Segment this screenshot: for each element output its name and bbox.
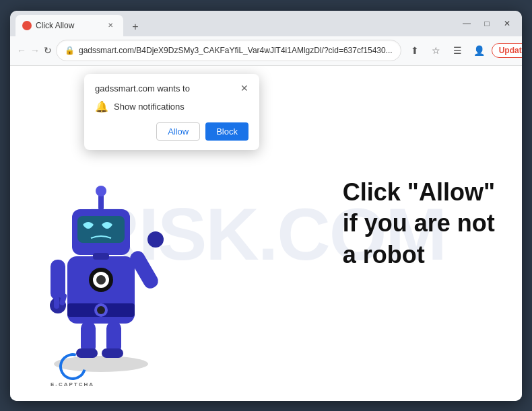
svg-rect-12 [93,253,109,260]
bell-icon: 🔔 [95,100,108,113]
window-controls: — □ ✕ [457,14,517,33]
notification-text: Show notifications [114,102,185,112]
svg-rect-15 [54,297,59,309]
forward-button[interactable]: → [30,41,40,60]
captcha-label: E-CAPTCHA [51,381,94,387]
extensions-button[interactable]: ☰ [448,41,467,60]
url-bar[interactable]: 🔒 gadssmart.com/B4DjeX9DzSMy3_CAKFaYfiL_… [56,40,401,61]
svg-point-11 [96,186,106,196]
main-text-line1: Click "Allow" [343,176,495,208]
page-content: RISK.COM [10,66,522,401]
address-right-controls: ⬆ ☆ ☰ 👤 Update ⋮ [405,41,522,60]
tab-title: Click Allow [36,21,100,30]
svg-point-4 [97,306,105,314]
address-bar: ← → ↻ 🔒 gadssmart.com/B4DjeX9DzSMy3_CAKF… [10,36,522,66]
browser-window: Click Allow ✕ + — □ ✕ ← → ↻ 🔒 gadssmart.… [10,11,522,401]
new-tab-button[interactable]: + [126,17,145,36]
popup-title: gadssmart.com wants to [95,83,190,94]
popup-header: gadssmart.com wants to ✕ [95,83,248,94]
notification-popup: gadssmart.com wants to ✕ 🔔 Show notifica… [84,74,259,150]
svg-rect-22 [102,348,123,358]
svg-point-7 [96,275,106,285]
svg-point-18 [147,231,164,248]
svg-rect-9 [77,216,125,243]
notification-row: 🔔 Show notifications [95,100,248,113]
lock-icon: 🔒 [65,46,75,55]
back-button[interactable]: ← [17,41,26,60]
profile-button[interactable]: 👤 [470,41,489,60]
popup-buttons: Allow Block [95,122,248,141]
main-text-line2: if you are not [343,208,495,239]
block-button[interactable]: Block [205,122,248,141]
allow-button[interactable]: Allow [156,122,200,141]
title-bar: Click Allow ✕ + — □ ✕ [10,11,522,36]
tab-favicon [22,21,32,30]
update-button[interactable]: Update [492,43,522,58]
maximize-button[interactable]: □ [477,14,496,33]
browser-tab[interactable]: Click Allow ✕ [15,15,123,36]
minimize-button[interactable]: — [457,14,476,33]
tab-close-button[interactable]: ✕ [104,20,117,32]
refresh-button[interactable]: ↻ [44,41,52,60]
captcha-c-icon [54,348,91,385]
main-text: Click "Allow" if you are not a robot [343,176,495,270]
main-text-line3: a robot [343,239,495,271]
close-button[interactable]: ✕ [498,14,517,33]
share-button[interactable]: ⬆ [405,41,424,60]
url-text: gadssmart.com/B4DjeX9DzSMy3_CAKFaYfiL_Va… [79,46,393,55]
tab-bar: Click Allow ✕ + [15,11,457,36]
popup-close-button[interactable]: ✕ [240,83,248,93]
robot-image [24,145,178,374]
captcha-logo: E-CAPTCHA [51,353,94,387]
bookmark-button[interactable]: ☆ [427,41,446,60]
